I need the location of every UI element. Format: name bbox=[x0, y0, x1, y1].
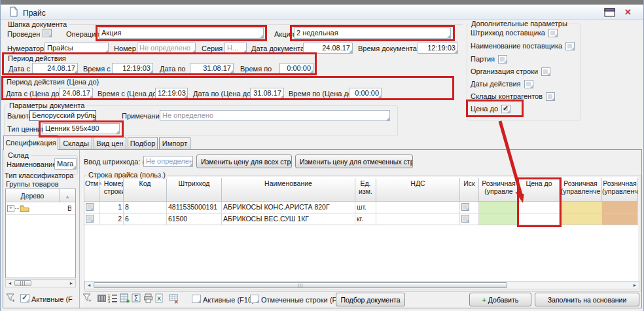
tab-sklady[interactable]: Склады bbox=[60, 137, 92, 150]
column-header-name[interactable]: Наименование bbox=[222, 178, 355, 202]
cell-barcode[interactable]: 4811535000191 bbox=[167, 202, 222, 213]
podbor-document-button[interactable]: Подбор документа bbox=[336, 293, 405, 306]
cell-price-until[interactable] bbox=[519, 202, 560, 213]
action-field[interactable]: 2 недельная bbox=[294, 27, 451, 39]
tree-row[interactable]: + В bbox=[6, 202, 75, 215]
numerator-field[interactable]: Прайсы bbox=[45, 43, 109, 54]
period-cena-time-to-field[interactable]: 0:00:00 bbox=[349, 88, 382, 99]
doc-date-field[interactable]: 24.08.17 bbox=[303, 43, 353, 54]
columns-icon[interactable] bbox=[97, 293, 107, 304]
print-icon[interactable] bbox=[143, 293, 154, 304]
scrollbar-thumb[interactable] bbox=[14, 280, 31, 286]
tab-import[interactable]: Импорт bbox=[159, 137, 190, 150]
cell-code[interactable]: 6 bbox=[124, 213, 167, 225]
number-field[interactable]: Не определено bbox=[137, 43, 196, 54]
close-icon[interactable]: ✕ bbox=[624, 7, 632, 17]
cell-name[interactable]: АБРИКОСЫ КОНС.АРИСТА 820Г bbox=[222, 202, 355, 213]
cell-unit[interactable]: шт. bbox=[355, 202, 376, 213]
cell-retail2[interactable] bbox=[560, 202, 602, 213]
period-date-to-field[interactable]: 31.08.17 bbox=[190, 63, 234, 74]
cell-code[interactable]: 8 bbox=[124, 202, 167, 213]
period-date-from-field[interactable]: 24.08.17 bbox=[32, 63, 78, 74]
cell-price-until[interactable] bbox=[519, 213, 560, 225]
cell-isk-checkbox[interactable] bbox=[460, 213, 479, 225]
cell-nds[interactable] bbox=[376, 202, 460, 213]
supplier-name-checkbox[interactable] bbox=[565, 42, 575, 50]
cell-retail1[interactable] bbox=[479, 202, 519, 213]
column-header-unit[interactable]: Ед. изм. bbox=[355, 178, 376, 202]
price-until-checkbox[interactable]: ✓ bbox=[501, 105, 510, 113]
column-header-retail2[interactable]: Розничная (управленче bbox=[560, 178, 602, 202]
expand-node-icon[interactable]: + bbox=[7, 205, 14, 212]
cell-barcode[interactable]: 61500 bbox=[167, 213, 222, 225]
tree-column-header[interactable]: Дерево bbox=[6, 189, 60, 202]
scroll-left-icon[interactable]: ◄ bbox=[6, 280, 14, 287]
column-header-num[interactable]: ▲Номер строки bbox=[99, 178, 124, 202]
scroll-left-icon[interactable]: ◄ bbox=[85, 282, 93, 289]
scroll-right-icon[interactable]: ► bbox=[631, 282, 639, 289]
recalc-plus-icon[interactable] bbox=[120, 293, 130, 304]
cell-retail3[interactable] bbox=[602, 213, 638, 225]
sum-sigma-icon[interactable]: Σ bbox=[132, 293, 142, 304]
column-header-isk[interactable]: Иск bbox=[460, 178, 479, 202]
tab-specifikaciya[interactable]: Спецификация bbox=[3, 135, 58, 150]
doc-time-field[interactable]: 12:19:03 bbox=[418, 43, 458, 54]
column-header-nds[interactable]: НДС bbox=[376, 178, 460, 202]
cell-retail3[interactable] bbox=[602, 202, 638, 213]
supplier-barcode-checkbox[interactable] bbox=[548, 29, 558, 37]
pane-splitter[interactable] bbox=[79, 150, 82, 308]
table-hscrollbar[interactable]: ◄ ► bbox=[84, 281, 639, 289]
table-delete-icon[interactable]: ✕ bbox=[169, 293, 179, 304]
column-header-otm[interactable]: Отм bbox=[84, 178, 99, 202]
series-field[interactable]: Н... bbox=[224, 43, 247, 54]
period-time-from-field[interactable]: 12:19:03 bbox=[112, 63, 153, 74]
filter-funnel-icon[interactable]: + bbox=[82, 293, 92, 303]
active-f10-checkbox[interactable] bbox=[192, 295, 201, 303]
cell-isk-checkbox[interactable] bbox=[460, 202, 479, 213]
scrollbar-thumb[interactable] bbox=[94, 282, 507, 288]
cell-num[interactable]: 2 bbox=[99, 213, 124, 225]
left-tree-hscrollbar[interactable]: ◄ ► bbox=[5, 279, 76, 287]
add-button[interactable]: + Добавить bbox=[469, 293, 531, 306]
row-mark-checkbox-cell[interactable] bbox=[84, 213, 99, 225]
tab-vid-cen[interactable]: Вид цен bbox=[94, 137, 126, 150]
operation-field[interactable]: Акция bbox=[99, 27, 264, 39]
cell-unit[interactable]: кг. bbox=[355, 213, 376, 225]
cell-num[interactable]: 1 bbox=[99, 202, 124, 213]
marked-f11-checkbox[interactable] bbox=[250, 295, 259, 303]
column-header-barcode[interactable]: Штрихкод bbox=[167, 178, 222, 202]
fill-based-on-button[interactable]: Заполнить на основании bbox=[535, 293, 639, 306]
row-organization-checkbox[interactable] bbox=[541, 67, 550, 76]
tab-podbor[interactable]: Подбор bbox=[128, 137, 158, 150]
excel-icon[interactable]: X bbox=[154, 293, 165, 304]
change-price-all-button[interactable]: Изменить цену для всех строк bbox=[196, 155, 292, 168]
change-price-marked-button[interactable]: Изменить цену для отмеченных строк bbox=[295, 155, 413, 168]
period-time-to-field[interactable]: 0:00:00 bbox=[279, 63, 313, 74]
note-field[interactable]: Не определено bbox=[160, 110, 390, 121]
column-header-code[interactable]: Код bbox=[124, 178, 167, 202]
action-dates-checkbox[interactable] bbox=[524, 80, 533, 88]
column-header-price-until[interactable]: Цена до bbox=[519, 178, 560, 202]
column-header-retail1[interactable]: Розничная (управле bbox=[479, 178, 519, 202]
title-bar[interactable]: Прайс ✕ bbox=[1, 5, 643, 20]
left-active-checkbox[interactable]: ✓ bbox=[20, 294, 29, 302]
sort-asc-icon[interactable]: ▲ bbox=[60, 189, 75, 202]
cell-retail1[interactable] bbox=[479, 213, 519, 225]
counterparty-warehouses-checkbox[interactable] bbox=[546, 92, 555, 101]
pricetag-field[interactable]: Ценник 595x480 bbox=[43, 123, 120, 134]
row-mark-checkbox-cell[interactable] bbox=[84, 202, 99, 213]
restore-icon[interactable] bbox=[604, 8, 616, 17]
warehouse-name-field[interactable]: Мага bbox=[54, 158, 77, 170]
cell-nds[interactable] bbox=[376, 213, 460, 225]
currency-field[interactable]: Белорусский рубль bbox=[29, 110, 96, 121]
cell-name[interactable]: АБРИКОСЫ ВЕС.СУШ 1КГ bbox=[222, 213, 355, 225]
proveden-checkbox[interactable] bbox=[43, 29, 52, 37]
scroll-right-icon[interactable]: ► bbox=[67, 280, 75, 287]
numbered-list-icon[interactable]: 123 bbox=[108, 293, 118, 304]
batch-checkbox[interactable] bbox=[498, 55, 507, 64]
barcode-entry-field[interactable]: Не определено bbox=[143, 156, 193, 167]
filter-funnel-icon[interactable]: + bbox=[5, 293, 16, 303]
period-cena-date-to-field[interactable]: 31.08.17 bbox=[250, 88, 284, 99]
column-header-retail3[interactable]: Розничная (управленче bbox=[602, 178, 638, 202]
cell-retail2[interactable] bbox=[560, 213, 602, 225]
